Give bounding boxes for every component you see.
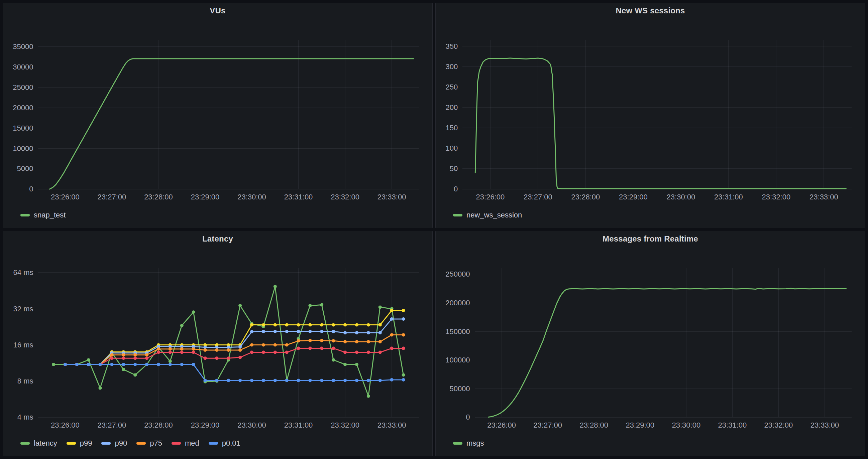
series-point-latency	[180, 324, 184, 327]
y-tick-label: 250000	[445, 270, 470, 278]
legend-label-msgs: msgs	[466, 439, 484, 448]
series-point-p0.01	[297, 379, 300, 382]
panel-header-vus[interactable]: VUs	[3, 3, 432, 19]
series-point-p0.01	[250, 379, 253, 382]
x-tick-label: 23:31:00	[284, 193, 313, 201]
x-tick-label: 23:32:00	[762, 193, 791, 201]
series-line-msgs	[489, 288, 846, 417]
legend-swatch-med	[172, 442, 181, 445]
series-point-p0.01	[122, 363, 125, 366]
series-point-p99	[320, 323, 323, 327]
y-tick-label: 0	[29, 185, 33, 193]
series-point-med	[215, 356, 218, 360]
legend-item-msgs[interactable]: msgs	[453, 439, 484, 448]
series-point-p75	[239, 349, 242, 352]
series-point-p99	[390, 309, 394, 312]
legend-label-snap_test: snap_test	[34, 211, 65, 220]
legend-label-p75: p75	[150, 439, 162, 448]
series-point-latency	[52, 363, 55, 366]
series-point-med	[378, 351, 382, 354]
x-tick-label: 23:26:00	[476, 193, 505, 201]
x-tick-label: 23:28:00	[580, 421, 608, 429]
series-point-p0.01	[133, 363, 137, 366]
series-point-p75	[390, 333, 394, 336]
series-point-latency	[378, 305, 382, 309]
series-point-p0.01	[320, 379, 323, 382]
legend-item-new_ws_session[interactable]: new_ws_session	[453, 211, 522, 220]
legend-item-p90[interactable]: p90	[101, 439, 127, 448]
legend-item-med[interactable]: med	[172, 439, 199, 448]
panel-vus: VUs 050001000015000200002500030000350002…	[3, 3, 433, 228]
panel-header-new-ws-sessions[interactable]: New WS sessions	[436, 3, 865, 19]
legend-swatch-snap_test	[21, 214, 30, 217]
series-point-p75	[157, 348, 160, 351]
y-tick-label: 150000	[445, 327, 470, 336]
series-point-p0.01	[75, 363, 79, 366]
panel-title-messages[interactable]: Messages from Realtime	[602, 234, 698, 243]
series-point-p75	[215, 349, 218, 352]
series-point-p90	[402, 317, 405, 321]
panel-header-latency[interactable]: Latency	[3, 231, 432, 247]
grafana-dashboard: VUs 050001000015000200002500030000350002…	[0, 0, 868, 459]
series-point-p75	[122, 354, 125, 357]
series-line-new_ws_session	[475, 58, 846, 189]
series-point-p0.01	[145, 363, 149, 366]
x-tick-label: 23:30:00	[672, 421, 701, 429]
series-point-p99	[274, 323, 277, 327]
series-point-p99	[250, 323, 253, 327]
series-point-p0.01	[215, 379, 218, 382]
panel-title-vus[interactable]: VUs	[210, 6, 225, 15]
messages-chart-canvas[interactable]: 05000010000015000020000025000023:26:0023…	[436, 247, 865, 435]
legend-item-p0.01[interactable]: p0.01	[209, 439, 240, 448]
series-point-med	[145, 356, 149, 360]
x-tick-label: 23:27:00	[98, 193, 126, 201]
new-ws-sessions-chart-canvas[interactable]: 05010015020025030035023:26:0023:27:0023:…	[436, 19, 865, 206]
y-tick-label: 10000	[13, 144, 33, 153]
series-point-med	[250, 351, 253, 354]
legend-item-p75[interactable]: p75	[136, 439, 162, 448]
series-point-med	[192, 351, 195, 354]
series-point-p90	[378, 331, 382, 334]
y-tick-label: 200000	[445, 299, 470, 307]
x-tick-label: 23:33:00	[377, 193, 406, 201]
series-point-p75	[320, 339, 323, 342]
y-tick-label: 100	[446, 144, 458, 152]
series-point-p0.01	[367, 379, 370, 382]
x-tick-label: 23:28:00	[144, 193, 173, 201]
x-tick-label: 23:29:00	[191, 421, 220, 429]
y-tick-label: 150	[446, 124, 458, 132]
series-line-p99	[65, 310, 404, 364]
series-point-p75	[297, 339, 300, 342]
legend-vus: snap_test	[3, 206, 432, 228]
series-point-med	[239, 356, 242, 359]
series-point-med	[168, 351, 172, 354]
series-line-med	[65, 349, 404, 364]
series-point-p90	[262, 330, 265, 333]
panel-title-latency[interactable]: Latency	[202, 234, 233, 243]
legend-item-latency[interactable]: latency	[21, 439, 57, 448]
legend-label-new_ws_session: new_ws_session	[466, 211, 522, 220]
legend-item-snap_test[interactable]: snap_test	[21, 211, 65, 220]
y-tick-label: 50	[450, 164, 458, 173]
panel-header-messages[interactable]: Messages from Realtime	[436, 231, 865, 247]
series-point-p75	[168, 348, 172, 351]
series-point-p0.01	[110, 363, 113, 366]
x-tick-label: 23:28:00	[571, 193, 600, 201]
series-point-med	[204, 356, 207, 360]
y-tick-label: 0	[454, 185, 458, 193]
series-point-med	[110, 356, 113, 360]
series-point-latency	[402, 373, 405, 376]
legend-item-p99[interactable]: p99	[66, 439, 92, 448]
legend-swatch-p99	[66, 442, 76, 445]
x-tick-label: 23:33:00	[809, 193, 838, 201]
series-point-med	[308, 347, 312, 350]
x-tick-label: 23:29:00	[619, 193, 648, 201]
latency-chart-canvas[interactable]: 4 ms8 ms16 ms32 ms64 ms23:26:0023:27:002…	[3, 247, 432, 435]
legend-label-latency: latency	[34, 439, 57, 448]
panel-title-new-ws-sessions[interactable]: New WS sessions	[616, 6, 685, 15]
vus-chart-canvas[interactable]: 0500010000150002000025000300003500023:26…	[3, 19, 432, 206]
x-tick-label: 23:33:00	[810, 421, 839, 429]
series-point-p99	[378, 323, 382, 327]
y-tick-label: 5000	[17, 164, 33, 173]
series-point-latency	[367, 395, 370, 398]
